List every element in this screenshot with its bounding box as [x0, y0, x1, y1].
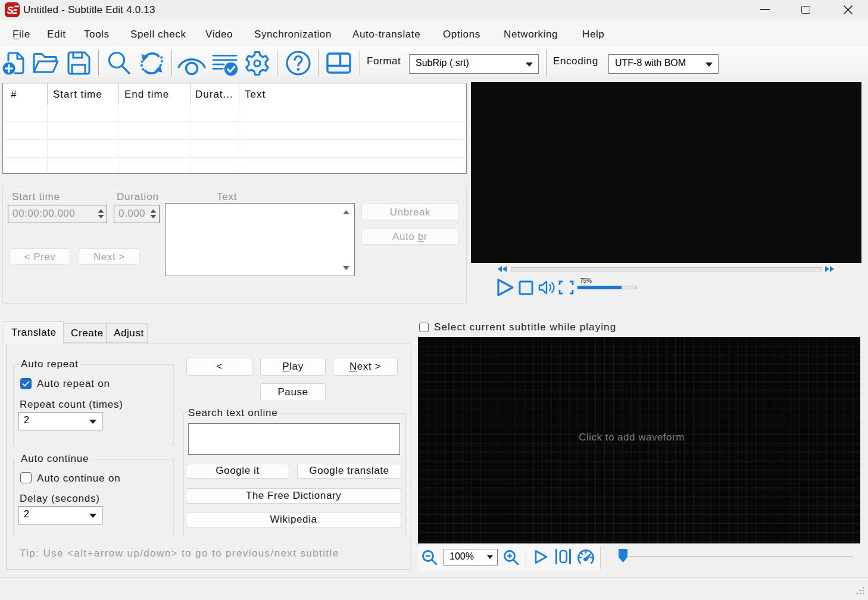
- svg-text:S: S: [7, 5, 14, 16]
- svg-text:Click to add waveform: Click to add waveform: [579, 432, 685, 443]
